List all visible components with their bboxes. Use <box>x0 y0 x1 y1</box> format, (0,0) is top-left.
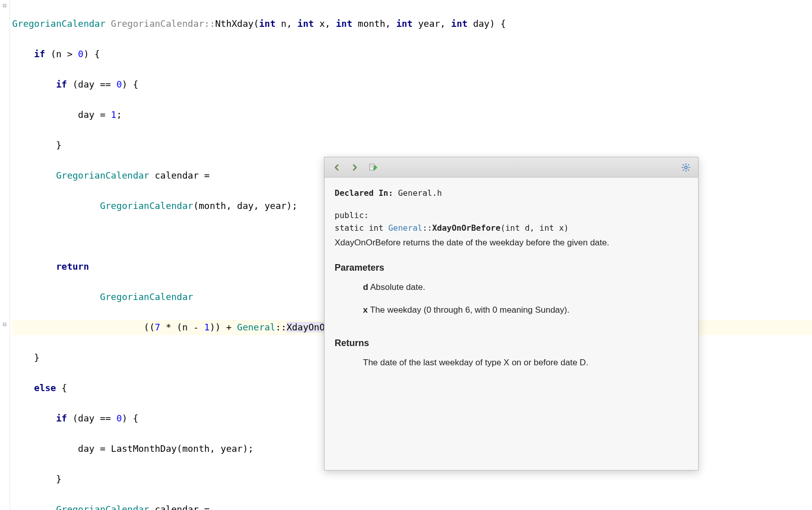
code-token: if <box>56 413 67 423</box>
param-desc: The weekday (0 through 6, with 0 meaning… <box>368 305 569 315</box>
quick-doc-popup: Declared In: General.h public: static in… <box>324 157 699 471</box>
code-token: (day == <box>67 79 116 90</box>
code-token: * (n - <box>160 322 205 332</box>
arrow-right-icon <box>350 162 360 173</box>
svg-point-3 <box>685 166 687 168</box>
sig-class: General <box>388 223 422 233</box>
code-token: ) { <box>122 79 139 90</box>
edit-icon <box>368 162 378 173</box>
declared-in-value: General.h <box>398 188 442 198</box>
code-token: ; <box>116 109 122 120</box>
svg-line-8 <box>683 164 684 165</box>
code-token: )) + <box>210 322 237 332</box>
code-token: int <box>396 18 413 29</box>
svg-line-11 <box>688 164 689 165</box>
code-token: int <box>451 18 468 29</box>
code-token: 0 <box>116 413 122 423</box>
code-token: calendar = <box>149 170 210 181</box>
code-line: } <box>12 472 812 487</box>
forward-button[interactable] <box>348 160 362 175</box>
doc-content: Declared In: General.h public: static in… <box>324 178 698 470</box>
param-desc: Absolute date. <box>368 282 425 292</box>
arrow-left-icon <box>332 162 342 173</box>
code-token: if <box>34 49 45 59</box>
code-token: day = <box>12 109 111 120</box>
code-token: GregorianCalendar <box>12 18 105 29</box>
param-name: d <box>363 282 368 292</box>
code-token: :: <box>204 18 215 29</box>
code-token: ) { <box>84 49 100 59</box>
code-token: 0 <box>116 79 122 90</box>
fold-close-icon[interactable]: ⊟ <box>1 321 8 328</box>
params-heading: Parameters <box>335 261 688 275</box>
sig-params: (int d, int x) <box>501 223 569 233</box>
gear-icon <box>681 162 691 173</box>
code-token: General <box>237 322 275 332</box>
back-button[interactable] <box>330 160 344 175</box>
code-token: 1 <box>111 109 116 120</box>
code-token: int <box>336 18 352 29</box>
code-token: { <box>56 382 67 393</box>
sig-prefix: static int <box>335 223 388 233</box>
code-token: GregorianCalendar <box>56 170 149 181</box>
code-token: (day == <box>67 413 116 423</box>
declared-in-label: Declared In: <box>335 188 393 198</box>
code-token: 7 <box>155 322 160 332</box>
code-token: 0 <box>78 49 84 59</box>
code-token: ) { <box>122 413 139 423</box>
code-token: GregorianCalendar <box>56 504 149 510</box>
code-token: calendar = <box>149 504 210 510</box>
code-token: GregorianCalendar <box>111 18 204 29</box>
code-token: else <box>34 382 56 393</box>
svg-line-10 <box>683 169 684 171</box>
returns-desc: The date of the last weekday of type X o… <box>363 356 688 369</box>
doc-toolbar <box>324 157 698 178</box>
editor-gutter: ⊟ ⊟ <box>0 0 10 510</box>
code-token: if <box>56 79 67 90</box>
code-token: :: <box>275 322 287 332</box>
returns-heading: Returns <box>335 336 688 351</box>
code-token: return <box>56 261 89 272</box>
code-token: GregorianCalendar <box>100 291 193 302</box>
code-token: NthXday <box>215 18 254 29</box>
code-token: 1 <box>204 322 210 332</box>
edit-doc-button[interactable] <box>366 160 380 175</box>
code-token: GregorianCalendar <box>100 200 193 211</box>
access-modifier: public: <box>335 209 688 222</box>
sig-scope: :: <box>422 223 432 233</box>
code-token: (( <box>12 322 155 332</box>
settings-button[interactable] <box>679 160 693 175</box>
code-line: } <box>12 138 812 153</box>
code-token: int <box>259 18 276 29</box>
sig-name: XdayOnOrBefore <box>432 223 501 233</box>
code-token: int <box>298 18 314 29</box>
doc-description: XdayOnOrBefore returns the date of the w… <box>335 236 688 249</box>
fold-open-icon[interactable]: ⊟ <box>1 2 8 9</box>
code-token: (month, day, year); <box>193 200 298 211</box>
code-token: (n > <box>45 49 78 59</box>
svg-line-9 <box>688 169 689 171</box>
